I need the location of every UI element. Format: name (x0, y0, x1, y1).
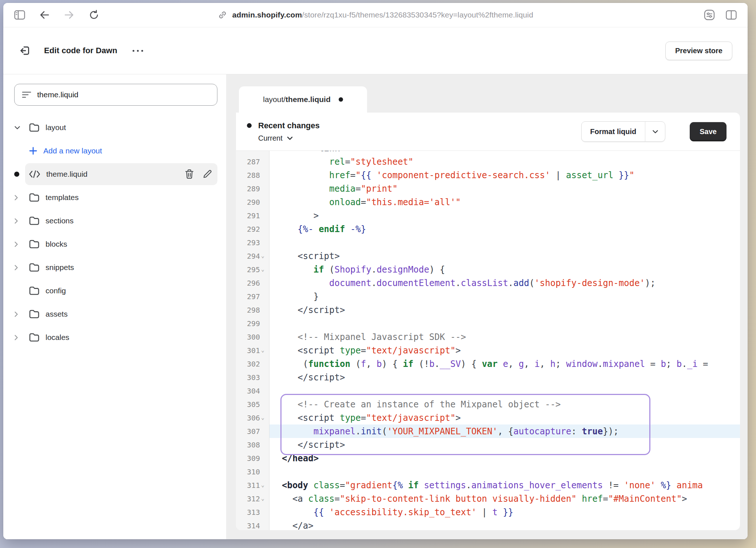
code-content[interactable]: if (Shopify.designMode) { (269, 263, 740, 276)
delete-icon[interactable] (185, 169, 194, 179)
tree-row-content[interactable]: templates (25, 187, 217, 208)
code-line-291[interactable]: 291 > (236, 209, 740, 222)
line-number-313[interactable]: 313 (236, 505, 269, 519)
address-bar[interactable]: admin.shopify.com/store/rzq1xu-f5/themes… (3, 10, 748, 20)
code-content[interactable]: mixpanel.init('YOUR_MIXPANEL_TOKEN', {au… (269, 424, 740, 438)
chevron-slot[interactable] (14, 241, 25, 247)
code-line-304[interactable]: 304 (236, 384, 740, 398)
line-number-294[interactable]: 294⌄ (236, 249, 269, 263)
chevron-slot[interactable] (14, 311, 25, 317)
more-actions-button[interactable] (130, 48, 145, 54)
code-line-296[interactable]: 296 document.documentElement.classList.a… (236, 276, 740, 290)
reload-icon[interactable] (88, 9, 100, 21)
line-number-290[interactable]: 290 (236, 195, 269, 209)
sidebar-item-assets[interactable]: assets (14, 302, 217, 326)
line-number-314[interactable]: 314 (236, 519, 269, 530)
code-line-301[interactable]: 301⌄ <script type="text/javascript"> (236, 344, 740, 357)
line-number-299[interactable]: 299 (236, 317, 269, 330)
sidebar-toggle-icon[interactable] (13, 9, 26, 21)
code-line-312[interactable]: 312⌄ <a class="skip-to-content-link butt… (236, 492, 740, 505)
code-content[interactable]: <link (269, 151, 740, 155)
code-line-305[interactable]: 305 <!-- Create an instance of the Mixpa… (236, 398, 740, 411)
code-content[interactable]: <script type="text/javascript"> (269, 344, 740, 357)
fold-toggle-icon[interactable]: ⌄ (260, 415, 269, 420)
line-number-305[interactable]: 305 (236, 398, 269, 411)
line-number-296[interactable]: 296 (236, 276, 269, 290)
line-number-293[interactable]: 293 (236, 236, 269, 249)
code-line-306[interactable]: 306⌄ <script type="text/javascript"> (236, 411, 740, 424)
code-line-314[interactable]: 314 </a> (236, 519, 740, 530)
tree-row-content[interactable]: locales (25, 326, 217, 348)
line-number-297[interactable]: 297 (236, 290, 269, 303)
line-number-295[interactable]: 295⌄ (236, 263, 269, 276)
tab-theme-liquid[interactable]: layout/theme.liquid (239, 86, 367, 113)
add-new-layout-link[interactable]: Add a new layout (14, 139, 217, 163)
code-line-303[interactable]: 303 </script> (236, 371, 740, 384)
code-line-293[interactable]: 293 (236, 236, 740, 249)
code-content[interactable]: <script> (269, 249, 740, 263)
code-content[interactable]: <!-- Mixpanel Javascript SDK --> (269, 330, 740, 344)
code-content[interactable]: onload="this.media='all'" (269, 195, 740, 209)
code-line-310[interactable]: 310 (236, 465, 740, 478)
line-number-302[interactable]: 302 (236, 357, 269, 371)
code-content[interactable]: </script> (269, 371, 740, 384)
code-line-298[interactable]: 298 </script> (236, 303, 740, 317)
line-number-303[interactable]: 303 (236, 371, 269, 384)
code-content[interactable]: {%- endif -%} (269, 222, 740, 236)
code-line-302[interactable]: 302 (function (f, b) { if (!b.__SV) { va… (236, 357, 740, 371)
rename-icon[interactable] (202, 169, 212, 179)
code-content[interactable] (269, 317, 740, 330)
code-content[interactable] (269, 465, 740, 478)
code-line-311[interactable]: 311⌄<body class="gradient{% if settings.… (236, 478, 740, 492)
tree-row-content[interactable]: config (25, 280, 217, 302)
line-number-287[interactable]: 287 (236, 155, 269, 168)
tree-row-content[interactable]: sections (25, 210, 217, 232)
code-content[interactable] (269, 236, 740, 249)
split-view-icon[interactable] (725, 9, 737, 21)
line-number-304[interactable]: 304 (236, 384, 269, 398)
code-line-309[interactable]: 309</head> (236, 451, 740, 465)
line-number-300[interactable]: 300 (236, 330, 269, 344)
line-number-292[interactable]: 292 (236, 222, 269, 236)
line-number-289[interactable]: 289 (236, 182, 269, 195)
tree-row-content[interactable]: layout (25, 117, 217, 138)
code-content[interactable]: </a> (269, 519, 740, 530)
tree-row-content[interactable]: snippets (25, 257, 217, 278)
code-content[interactable]: href="{{ 'component-predictive-search.cs… (269, 168, 740, 182)
line-number-288[interactable]: 288 (236, 168, 269, 182)
code-line-295[interactable]: 295⌄ if (Shopify.designMode) { (236, 263, 740, 276)
code-line-313[interactable]: 313 {{ 'accessibility.skip_to_text' | t … (236, 505, 740, 519)
code-line-292[interactable]: 292 {%- endif -%} (236, 222, 740, 236)
tree-row-content[interactable]: theme.liquid (25, 163, 217, 185)
line-number-311[interactable]: 311⌄ (236, 478, 269, 492)
line-number-310[interactable]: 310 (236, 465, 269, 478)
chevron-slot[interactable] (14, 218, 25, 224)
code-content[interactable] (269, 384, 740, 398)
back-icon[interactable] (38, 9, 51, 21)
code-content[interactable]: <script type="text/javascript"> (269, 411, 740, 424)
code-line-299[interactable]: 299 (236, 317, 740, 330)
line-number-286[interactable]: 286 (236, 151, 269, 155)
chevron-slot[interactable] (14, 265, 25, 271)
code-content[interactable]: <!-- Create an instance of the Mixpanel … (269, 398, 740, 411)
line-number-298[interactable]: 298 (236, 303, 269, 317)
chevron-slot[interactable] (14, 334, 25, 341)
chevron-slot[interactable] (14, 195, 25, 201)
code-line-300[interactable]: 300 <!-- Mixpanel Javascript SDK --> (236, 330, 740, 344)
code-line-307[interactable]: 307 mixpanel.init('YOUR_MIXPANEL_TOKEN',… (236, 424, 740, 438)
format-liquid-menu-button[interactable] (645, 122, 665, 141)
code-content[interactable]: media="print" (269, 182, 740, 195)
code-content[interactable]: rel="stylesheet" (269, 155, 740, 168)
file-search-input[interactable]: theme.liquid (14, 84, 217, 106)
code-content[interactable]: > (269, 209, 740, 222)
code-content[interactable]: {{ 'accessibility.skip_to_text' | t }} (269, 505, 740, 519)
sidebar-item-templates[interactable]: templates (14, 186, 217, 209)
chevron-slot[interactable] (14, 126, 25, 130)
fold-toggle-icon[interactable]: ⌄ (260, 348, 269, 353)
code-content[interactable]: </head> (269, 451, 740, 465)
code-line-290[interactable]: 290 onload="this.media='all'" (236, 195, 740, 209)
line-number-308[interactable]: 308 (236, 438, 269, 451)
format-liquid-button[interactable]: Format liquid (581, 121, 666, 142)
code-line-297[interactable]: 297 } (236, 290, 740, 303)
line-number-312[interactable]: 312⌄ (236, 492, 269, 505)
